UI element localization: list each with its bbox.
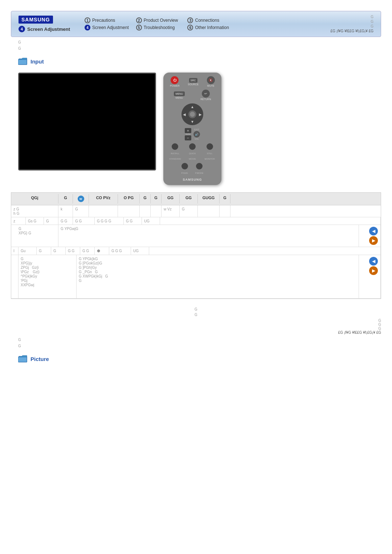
still-label: STILLMONITOR <box>205 152 215 160</box>
prev-button-1[interactable]: ◀ <box>369 227 378 235</box>
td-empty3 <box>140 205 151 217</box>
td-gggg: G G G G <box>95 217 124 225</box>
th-g2: G <box>140 194 151 204</box>
still-button[interactable] <box>207 143 213 150</box>
td-z2: z <box>11 217 26 225</box>
th-gugg: GUGG <box>198 194 220 204</box>
td-gu: Gu <box>19 247 37 255</box>
nav-bottom-text: £G ¡f¥G ¥f££G ¥f¡£G¡¥ £G <box>331 29 373 33</box>
vol-mute-button[interactable]: 🔊 <box>193 131 200 138</box>
td-sub-right: G YPGk}kG G [PGokGz{iG G ]PGh}Gy G _PGn … <box>77 255 359 298</box>
prev-button-2[interactable]: ◀ <box>369 257 378 266</box>
input-icon <box>18 57 28 65</box>
nav-label-other-info: Other Information <box>195 25 229 30</box>
monitor-remote-area: ⏻ POWER SRC SOURCE 🔇 MUTE MENU MENU ↩ RE… <box>18 73 374 185</box>
input-section-title: Input <box>30 58 44 65</box>
td-i: I <box>11 247 19 255</box>
nav-link-product-overview[interactable]: 2 Product Overview <box>136 17 180 23</box>
return-button[interactable]: ↩ <box>202 90 210 98</box>
table-header: QGj G w CO PVz O PG G G GG GG GUGG G <box>11 193 381 205</box>
menu-button[interactable]: MENU <box>174 91 185 96</box>
plus-minus-control: + SIZE − <box>185 128 191 140</box>
th-copvz: CO PVz <box>89 194 118 204</box>
nav-pad[interactable]: ▲ ▼ ◀ ▶ <box>181 103 203 125</box>
mute-button[interactable]: 🔇 <box>207 76 215 84</box>
source-button[interactable]: SRC <box>189 78 197 83</box>
mute-label: MUTE <box>207 85 215 87</box>
td-g10: G G <box>80 247 95 255</box>
pmode-button[interactable] <box>196 163 203 169</box>
g-spacer-3: G <box>18 338 21 342</box>
quick-button[interactable] <box>189 143 196 150</box>
td-w-vz: w Vz <box>162 205 180 217</box>
nav-link-precautions[interactable]: 1 Precautions <box>85 17 129 23</box>
nav-left-arrow: ◀ <box>183 112 186 116</box>
nav-label-precautions: Precautions <box>92 18 115 23</box>
td-empty2 <box>118 205 140 217</box>
nav-link-connections[interactable]: 3 Connections <box>187 17 232 23</box>
nav-badge-2: 2 <box>136 17 142 23</box>
td-g5: G <box>44 217 58 225</box>
td-empty6 <box>220 205 230 217</box>
nav-right-arrow: ▶ <box>199 112 202 116</box>
nav-label-screen-adjustment: Screen Adjustment <box>92 25 129 30</box>
nav-g1: G <box>371 15 373 19</box>
install-button[interactable] <box>172 143 178 150</box>
input-section-header: Input <box>18 57 374 65</box>
nav-badge-6: 6 <box>187 25 193 30</box>
psize-button[interactable] <box>181 163 188 169</box>
td-ggg: G G G <box>109 247 131 255</box>
center-g2: G <box>195 313 197 317</box>
active-nav-label: Screen Adjustment <box>27 26 70 32</box>
td-k: k <box>58 205 73 217</box>
power-button[interactable]: ⏻ <box>171 76 179 84</box>
remote-plus-vol-row: + SIZE − EXIT 🔊 VOL <box>167 128 218 140</box>
monitor-screen <box>18 73 156 171</box>
td-ug: UG <box>142 217 160 225</box>
minus-button[interactable]: − <box>185 135 191 140</box>
td-sub-labels: G XPG}jy ZPGj Gz{i \PGz Gz{i ^PGk}kGy 'P… <box>19 255 77 298</box>
td-g6: G G <box>58 217 73 225</box>
nav-link-screen-adjustment[interactable]: 4 Screen Adjustment <box>85 25 129 30</box>
nav-link-troubleshooting[interactable]: 5 Troubleshooting <box>136 25 180 30</box>
remote-menu-return: MENU MENU ↩ RETURN <box>167 90 218 100</box>
picture-section-header: Picture <box>18 355 374 363</box>
bottom-nav-text-2: £G ¡f¥G ¥f££G ¥f¡£G¡¥ £G <box>338 331 381 335</box>
nav-label-troubleshooting: Troubleshooting <box>144 25 175 30</box>
table-row-igu: I Gu G G G G G G ⊕ G G G UG <box>11 247 381 255</box>
next-button-1[interactable]: ▶ <box>369 236 378 245</box>
table-row-sub: G XPG}jy ZPGj Gz{i \PGz Gz{i ^PGk}kGy 'P… <box>11 255 381 299</box>
next-button-2[interactable]: ▶ <box>369 266 378 275</box>
td-empty1 <box>89 205 118 217</box>
td-empty7 <box>160 217 381 225</box>
nav-badge-4: 4 <box>85 25 90 30</box>
active-nav-item[interactable]: 4 Screen Adjustment <box>19 26 70 32</box>
right-g3: G <box>378 327 381 331</box>
td-empty-sub <box>11 255 19 298</box>
plus-button[interactable]: + <box>185 128 191 133</box>
td-g-col2: G <box>180 205 198 217</box>
td-empty4 <box>151 205 162 217</box>
settings-table: QGj G w CO PVz O PG G G GG GG GUGG G z G… <box>11 192 381 299</box>
g-spacer-2: G <box>18 46 21 50</box>
nav-link-other-info[interactable]: 6 Other Information <box>187 25 232 30</box>
nav-center-button[interactable] <box>188 110 196 118</box>
th-g1: G <box>58 194 73 204</box>
nav-label-connections: Connections <box>195 18 219 23</box>
th-gg1: GG <box>162 194 180 204</box>
psize-label: P.SIZE <box>181 172 188 174</box>
th-qgj: QGj <box>11 194 58 204</box>
g-spacer-1: G <box>18 40 21 44</box>
active-badge: 4 <box>19 26 25 32</box>
table-row-xpg: G XPG} G G YPGwjG ◀ ▶ <box>11 225 381 247</box>
picture-section-title: Picture <box>30 356 49 362</box>
nav-g2: G <box>371 20 373 24</box>
nav-links: 1 Precautions 2 Product Overview 3 Conne… <box>85 17 232 30</box>
td-nav-buttons-2: ◀ ▶ <box>359 255 381 298</box>
th-g4: G <box>220 194 230 204</box>
nav-up-arrow: ▲ <box>191 105 194 109</box>
remote-top-buttons: ⏻ POWER SRC SOURCE 🔇 MUTE <box>167 76 218 87</box>
remote-psize-pmode-row: P.SIZE P.MODE <box>167 163 218 175</box>
nav-down-arrow: ▼ <box>191 120 194 124</box>
exit-label: EXIT <box>194 128 199 131</box>
